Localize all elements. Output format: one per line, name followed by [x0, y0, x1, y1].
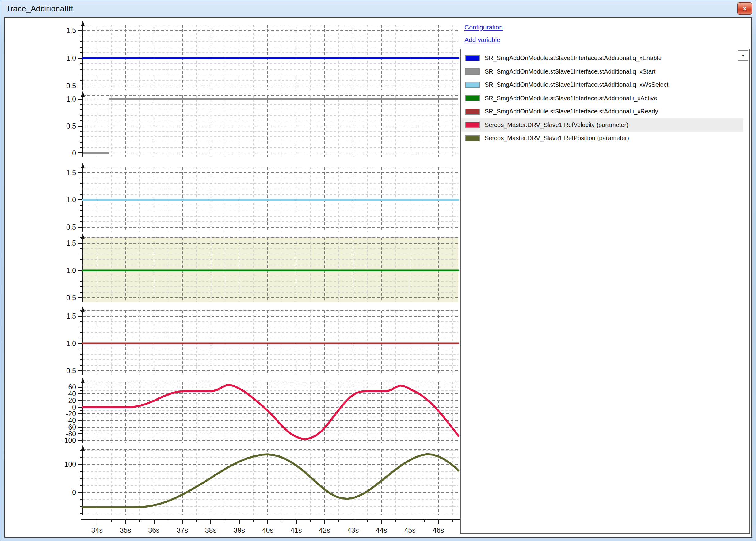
svg-text:37s: 37s [177, 526, 188, 534]
legend-row-RefVelocity[interactable]: Sercos_Master.DRV_Slave1.RefVelocity (pa… [461, 118, 743, 132]
svg-text:43s: 43s [347, 526, 359, 534]
title-bar[interactable]: Trace_AdditionalItf x [0, 0, 756, 17]
svg-text:0.5: 0.5 [66, 82, 76, 90]
trace-content: 1.51.00.51.00.501.51.00.51.51.00.51.51.0… [4, 17, 752, 538]
plot-i_xActive[interactable]: 1.51.00.5 [66, 234, 458, 302]
svg-text:0: 0 [72, 489, 76, 497]
svg-text:1.0: 1.0 [66, 54, 76, 62]
add-variable-link[interactable]: Add variable [465, 36, 500, 44]
plot-q_xWsSelect[interactable]: 1.51.00.5 [66, 163, 458, 232]
svg-text:34s: 34s [91, 526, 103, 534]
plot-q_xEnable[interactable]: 1.51.00.5 [66, 21, 458, 91]
trace-color-swatch [465, 95, 480, 101]
svg-text:40s: 40s [262, 526, 273, 534]
trace-color-swatch [465, 109, 480, 115]
svg-text:100: 100 [64, 460, 76, 468]
time-axis: 34s35s36s37s38s39s40s41s42s43s44s45s46s [81, 517, 465, 534]
svg-text:46s: 46s [433, 526, 444, 534]
plot-i_xReady[interactable]: 1.51.00.5 [66, 306, 458, 375]
svg-text:45s: 45s [404, 526, 416, 534]
window-frame: Trace_AdditionalItf x 1.51.00.51.00.501.… [0, 0, 756, 541]
legend-row-q_xWsSelect[interactable]: SR_SmgAddOnModule.stSlave1Interface.stAd… [461, 78, 743, 91]
svg-text:0.5: 0.5 [66, 223, 76, 231]
legend-label: SR_SmgAddOnModule.stSlave1Interface.stAd… [485, 81, 668, 88]
svg-text:44s: 44s [376, 526, 387, 534]
trace-color-swatch [465, 135, 480, 141]
svg-text:1.0: 1.0 [66, 339, 76, 347]
svg-text:0.5: 0.5 [66, 122, 76, 130]
legend-row-i_xActive[interactable]: SR_SmgAddOnModule.stSlave1Interface.stAd… [461, 92, 743, 105]
plot-RefPosition[interactable]: 1000 [64, 445, 458, 515]
trace-color-swatch [465, 68, 480, 75]
svg-text:38s: 38s [205, 526, 216, 534]
legend-label: SR_SmgAddOnModule.stSlave1Interface.stAd… [485, 108, 658, 115]
svg-text:35s: 35s [120, 526, 131, 534]
trace-color-swatch [465, 82, 480, 88]
svg-text:0.5: 0.5 [66, 367, 76, 375]
svg-text:1.0: 1.0 [66, 196, 76, 204]
legend-label: SR_SmgAddOnModule.stSlave1Interface.stAd… [485, 95, 657, 102]
legend-label: SR_SmgAddOnModule.stSlave1Interface.stAd… [485, 55, 661, 62]
legend-row-i_xReady[interactable]: SR_SmgAddOnModule.stSlave1Interface.stAd… [461, 105, 743, 118]
svg-text:1.5: 1.5 [66, 169, 76, 177]
svg-text:1.5: 1.5 [66, 239, 76, 247]
legend-label: SR_SmgAddOnModule.stSlave1Interface.stAd… [485, 68, 655, 75]
window-title: Trace_AdditionalItf [6, 4, 73, 14]
svg-text:1.5: 1.5 [66, 26, 76, 34]
svg-text:1.0: 1.0 [66, 267, 76, 274]
legend-row-RefPosition[interactable]: Sercos_Master.DRV_Slave1.RefPosition (pa… [461, 132, 743, 145]
trace-plot-area[interactable]: 1.51.00.51.00.501.51.00.51.51.00.51.51.0… [6, 19, 466, 537]
legend-label: Sercos_Master.DRV_Slave1.RefPosition (pa… [485, 135, 629, 142]
trace-color-swatch [465, 55, 480, 61]
svg-text:41s: 41s [290, 526, 302, 534]
plot-q_xStart[interactable]: 1.00.50 [66, 91, 458, 157]
legend-row-q_xEnable[interactable]: SR_SmgAddOnModule.stSlave1Interface.stAd… [461, 52, 743, 65]
svg-text:1.5: 1.5 [66, 312, 76, 320]
legend-label: Sercos_Master.DRV_Slave1.RefVelocity (pa… [485, 122, 628, 129]
plot-RefVelocity[interactable]: 6040200-20-40-60-80-100 [62, 377, 458, 444]
trace-window: { "window": { "title": "Trace_Additional… [0, 0, 756, 541]
trace-color-swatch [465, 122, 480, 128]
close-button[interactable]: x [737, 2, 752, 15]
variable-list[interactable]: ▼ SR_SmgAddOnModule.stSlave1Interface.st… [460, 49, 750, 534]
configuration-link[interactable]: Configuration [465, 24, 503, 31]
svg-text:0.5: 0.5 [66, 294, 76, 302]
svg-text:1.0: 1.0 [66, 95, 76, 103]
legend-row-q_xStart[interactable]: SR_SmgAddOnModule.stSlave1Interface.stAd… [461, 65, 743, 78]
svg-text:42s: 42s [319, 526, 330, 534]
svg-text:0: 0 [72, 149, 76, 157]
svg-text:-100: -100 [62, 436, 76, 444]
svg-text:39s: 39s [233, 526, 245, 534]
svg-text:36s: 36s [148, 526, 160, 534]
